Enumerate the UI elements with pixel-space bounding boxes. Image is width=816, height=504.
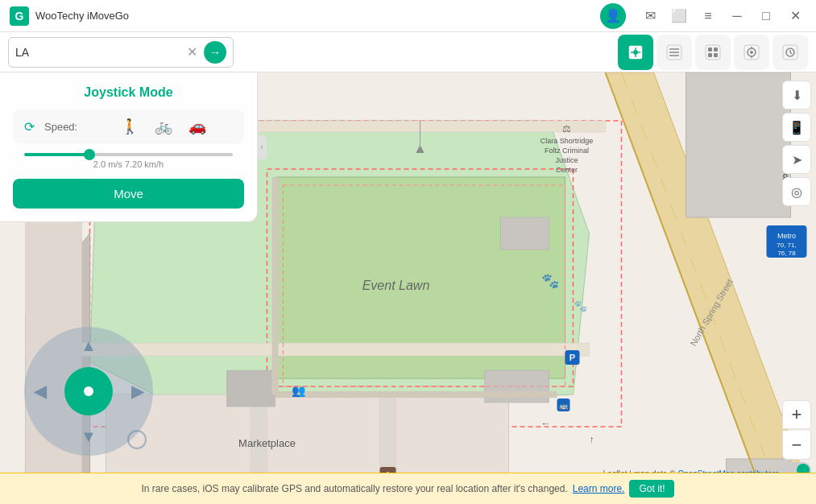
svg-text:Event Lawn: Event Lawn [362,279,430,292]
joystick-center[interactable] [64,367,113,415]
zoom-out-button[interactable]: − [782,431,811,460]
title-bar: G WooTechy iMoveGo 👤 ✉ ⬜ ≡ ─ □ ✕ [0,0,816,32]
toolbar: LA ✕ → [0,32,816,72]
minimize-button[interactable]: ─ [726,5,748,27]
speed-label: Speed: [44,121,77,133]
app-title: WooTechy iMoveGo [35,10,600,22]
joystick-left-arrow[interactable]: ◀ [34,382,46,401]
speed-slider-container [13,153,244,156]
svg-text:👥: 👥 [292,384,306,398]
svg-text:←: ← [541,418,551,429]
svg-text:🐾: 🐾 [541,272,560,290]
app-icon: G [10,6,29,26]
teleport-mode-button[interactable] [618,35,653,70]
joystick-controller[interactable]: ▲ ▼ ◀ ▶ [24,327,153,456]
mail-button[interactable]: ✉ [639,5,661,27]
notification-text: In rare cases, iOS may calibrate GPS and… [142,483,568,494]
svg-text:Foltz Criminal: Foltz Criminal [545,147,589,155]
main-content: LA ✕ → [0,32,816,504]
joystick-panel: Joystick Mode ⟳ Speed: 🚶 🚲 🚗 2.0 m/s 7.2… [0,72,258,222]
svg-text:Center: Center [556,166,578,174]
phone-button[interactable]: 📱 [782,113,811,142]
joystick-outer-ring: ▲ ▼ ◀ ▶ [24,327,153,456]
svg-text:🚌: 🚌 [559,401,569,411]
svg-rect-35 [501,217,549,250]
svg-text:76, 78: 76, 78 [777,250,796,257]
svg-text:Justice: Justice [555,156,578,164]
svg-rect-14 [714,53,718,57]
car-speed-icon[interactable]: 🚗 [188,118,206,135]
zoom-buttons: + − [782,400,811,460]
speed-value: 2.0 m/s 7.20 km/h [13,159,244,169]
svg-text:Metro: Metro [777,232,796,240]
joystick-right-arrow[interactable]: ▶ [131,382,143,401]
history-mode-button[interactable] [773,35,808,70]
target-mode-button[interactable] [734,35,769,70]
got-it-button[interactable]: Got it! [629,480,674,498]
svg-text:70, 71,: 70, 71, [777,242,796,249]
app-icon-letter: G [15,10,24,23]
navigate-button[interactable]: ➤ [782,145,811,174]
joystick-corner-ring [127,430,147,449]
speed-slider[interactable] [24,153,233,156]
right-buttons: ⬇ 📱 ➤ ◎ [782,81,811,206]
joystick-center-dot [84,386,93,396]
joystick-title: Joystick Mode [13,85,244,100]
map-container[interactable]: Event Lawn Marketplace Clara Shortridge … [0,72,816,504]
svg-point-1 [633,50,638,55]
gps-button[interactable]: ◎ [782,177,811,206]
svg-text:Clara Shortridge: Clara Shortridge [541,137,594,145]
svg-rect-13 [708,53,712,57]
screen-button[interactable]: ⬜ [668,5,690,27]
svg-text:P: P [570,353,575,362]
learn-more-link[interactable]: Learn more. [573,483,625,494]
svg-rect-29 [686,72,791,217]
svg-rect-12 [714,48,718,52]
bike-speed-icon[interactable]: 🚲 [155,118,172,135]
download-button[interactable]: ⬇ [782,81,811,109]
speed-icon: ⟳ [24,119,35,134]
speed-row: ⟳ Speed: 🚶 🚲 🚗 [13,109,244,143]
user-avatar-button[interactable]: 👤 [600,3,626,29]
walk-speed-icon[interactable]: 🚶 [121,118,139,135]
title-actions: 👤 ✉ ⬜ ≡ ─ □ ✕ [600,3,806,29]
joystick-up-arrow[interactable]: ▲ [81,337,97,355]
svg-rect-10 [706,45,720,60]
svg-text:↑: ↑ [590,434,594,445]
clear-search-button[interactable]: ✕ [184,44,201,60]
zoom-in-button[interactable]: + [782,400,811,429]
maximize-button[interactable]: □ [755,5,777,27]
svg-text:Marketplace: Marketplace [238,437,296,449]
jump-mode-button[interactable] [695,35,731,70]
search-box: LA ✕ → [8,37,234,68]
joystick-down-arrow[interactable]: ▼ [81,428,97,446]
route-mode-button[interactable] [657,35,692,70]
close-button[interactable]: ✕ [784,5,806,27]
svg-point-17 [750,51,753,54]
collapse-handle[interactable]: ‹ [257,135,267,159]
svg-rect-34 [227,370,275,407]
svg-rect-11 [708,48,712,52]
go-search-button[interactable]: → [204,41,226,64]
move-button[interactable]: Move [13,179,244,209]
mode-buttons [618,35,808,70]
user-icon: 👤 [605,8,621,23]
svg-text:🐾: 🐾 [574,300,588,313]
menu-button[interactable]: ≡ [697,5,719,27]
svg-text:⚖: ⚖ [562,123,571,134]
notification-bar: In rare cases, iOS may calibrate GPS and… [0,473,816,504]
search-input[interactable]: LA [15,46,184,59]
